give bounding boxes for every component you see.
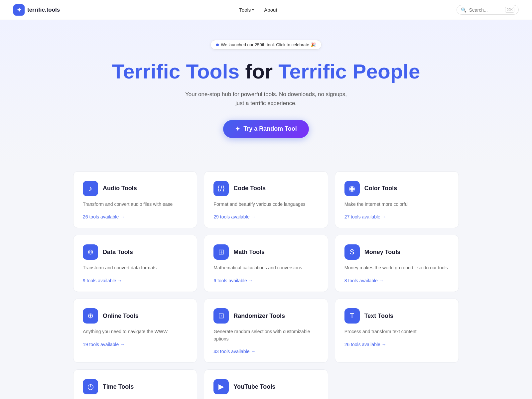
hero-subtitle: Your one-stop hub for powerful tools. No…	[183, 90, 349, 108]
nav-tools-label: Tools	[239, 7, 251, 13]
card-title-money: Money Tools	[364, 249, 401, 256]
card-title-code: Code Tools	[233, 185, 266, 192]
card-title-randomizer: Randomizer Tools	[233, 313, 285, 320]
card-icon-online: ⊕	[83, 308, 98, 324]
card-title-time: Time Tools	[103, 383, 134, 390]
card-icon-randomizer: ⊡	[213, 308, 229, 324]
tool-card-online[interactable]: ⊕ Online Tools Anything you need to navi…	[73, 299, 197, 363]
card-header-randomizer: ⊡ Randomizer Tools	[213, 308, 318, 324]
card-link-audio[interactable]: 26 tools available →	[83, 214, 125, 219]
card-link-code[interactable]: 29 tools available →	[213, 214, 255, 219]
hero-title-blue2: Terrific People	[278, 60, 420, 83]
card-icon-color: ◉	[344, 181, 360, 196]
card-header-data: ⊚ Data Tools	[83, 244, 188, 260]
announcement-pill[interactable]: We launched our 250th tool. Click to cel…	[210, 40, 321, 50]
card-title-color: Color Tools	[364, 185, 397, 192]
card-link-color[interactable]: 27 tools available →	[344, 214, 386, 219]
card-icon-youtube: ▶	[213, 379, 229, 394]
card-title-online: Online Tools	[103, 313, 139, 320]
card-header-audio: ♪ Audio Tools	[83, 181, 188, 196]
search-shortcut-badge: ⌘K	[505, 7, 514, 13]
tool-card-randomizer[interactable]: ⊡ Randomizer Tools Generate random selec…	[204, 299, 328, 363]
random-tool-icon: ✦	[235, 125, 240, 133]
tool-card-math[interactable]: ⊞ Math Tools Mathematical calculations a…	[204, 235, 328, 292]
card-icon-data: ⊚	[83, 244, 98, 260]
card-title-data: Data Tools	[103, 249, 133, 256]
card-icon-money: $	[344, 244, 360, 260]
card-icon-text: T	[344, 308, 360, 324]
hero-title-blue1: Terrific Tools	[112, 60, 240, 83]
card-desc-audio: Transform and convert audio files with e…	[83, 201, 188, 208]
card-icon-time: ◷	[83, 379, 98, 394]
hero-section: We launched our 250th tool. Click to cel…	[0, 20, 532, 165]
card-desc-code: Format and beautify various code languag…	[213, 201, 318, 208]
card-title-text: Text Tools	[364, 313, 393, 320]
tool-card-code[interactable]: ⟨/⟩ Code Tools Format and beautify vario…	[204, 171, 328, 228]
navbar: ✦ terrific.tools Tools ▾ About 🔍 ⌘K	[0, 0, 532, 20]
card-icon-audio: ♪	[83, 181, 98, 196]
card-title-audio: Audio Tools	[103, 185, 137, 192]
nav-links: Tools ▾ About	[60, 7, 456, 13]
card-title-youtube: YouTube Tools	[233, 383, 275, 390]
announcement-text: We launched our 250th tool. Click to cel…	[221, 42, 316, 47]
card-header-online: ⊕ Online Tools	[83, 308, 188, 324]
tool-card-time[interactable]: ◷ Time Tools For the busy ones among you…	[73, 369, 197, 399]
card-desc-math: Mathematical calculations and conversion…	[213, 264, 318, 272]
card-link-randomizer[interactable]: 43 tools available →	[213, 349, 255, 354]
card-header-money: $ Money Tools	[344, 244, 449, 260]
card-header-code: ⟨/⟩ Code Tools	[213, 181, 318, 196]
random-tool-label: Try a Random Tool	[243, 125, 297, 132]
hero-title-for: for	[245, 60, 278, 83]
card-link-text[interactable]: 26 tools available →	[344, 342, 386, 347]
card-desc-money: Money makes the world go round - so do o…	[344, 264, 449, 272]
tool-card-money[interactable]: $ Money Tools Money makes the world go r…	[335, 235, 459, 292]
hero-title: Terrific Tools for Terrific People	[7, 60, 525, 83]
tools-grid: ♪ Audio Tools Transform and convert audi…	[66, 165, 466, 399]
logo-text: terrific.tools	[27, 7, 60, 13]
card-desc-online: Anything you need to navigate the WWW	[83, 328, 188, 335]
card-link-money[interactable]: 8 tools available →	[344, 278, 384, 283]
card-link-data[interactable]: 9 tools available →	[83, 278, 122, 283]
nav-tools-link[interactable]: Tools ▾	[239, 7, 254, 13]
logo-link[interactable]: ✦ terrific.tools	[13, 4, 60, 16]
random-tool-button[interactable]: ✦ Try a Random Tool	[223, 120, 309, 138]
tool-card-youtube[interactable]: ▶ YouTube Tools Anything for the world's…	[204, 369, 328, 399]
search-icon: 🔍	[461, 7, 466, 13]
card-link-math[interactable]: 6 tools available →	[213, 278, 253, 283]
card-header-color: ◉ Color Tools	[344, 181, 449, 196]
card-desc-color: Make the internet more colorful	[344, 201, 449, 208]
card-header-youtube: ▶ YouTube Tools	[213, 379, 318, 394]
card-icon-math: ⊞	[213, 244, 229, 260]
card-desc-randomizer: Generate random selections with customiz…	[213, 328, 318, 342]
tool-card-data[interactable]: ⊚ Data Tools Transform and convert data …	[73, 235, 197, 292]
card-title-math: Math Tools	[233, 249, 265, 256]
card-link-online[interactable]: 19 tools available →	[83, 342, 125, 347]
search-box[interactable]: 🔍 ⌘K	[457, 5, 519, 15]
pill-dot	[216, 44, 219, 46]
tool-card-audio[interactable]: ♪ Audio Tools Transform and convert audi…	[73, 171, 197, 228]
chevron-down-icon: ▾	[252, 8, 254, 12]
card-header-math: ⊞ Math Tools	[213, 244, 318, 260]
logo-icon: ✦	[13, 4, 25, 16]
nav-about-link[interactable]: About	[264, 7, 277, 13]
card-icon-code: ⟨/⟩	[213, 181, 229, 196]
tool-card-text[interactable]: T Text Tools Process and transform text …	[335, 299, 459, 363]
card-desc-text: Process and transform text content	[344, 328, 449, 335]
tool-card-color[interactable]: ◉ Color Tools Make the internet more col…	[335, 171, 459, 228]
card-header-text: T Text Tools	[344, 308, 449, 324]
card-header-time: ◷ Time Tools	[83, 379, 188, 394]
search-input[interactable]	[469, 7, 502, 13]
card-desc-data: Transform and convert data formats	[83, 264, 188, 272]
nav-about-label: About	[264, 7, 277, 13]
